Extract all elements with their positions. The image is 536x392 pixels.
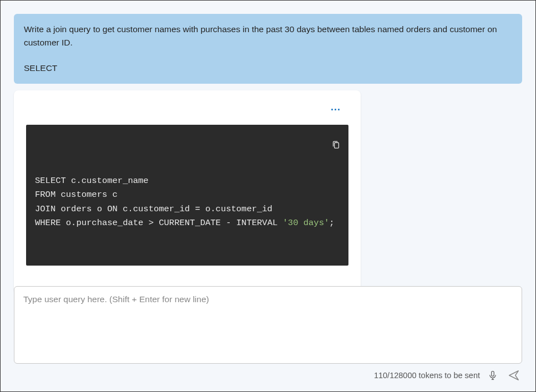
send-icon <box>508 369 520 381</box>
copy-icon <box>331 140 341 150</box>
code-token: - <box>226 218 231 228</box>
microphone-icon <box>488 370 498 381</box>
code-token: customers c <box>55 190 118 200</box>
code-token: c.customer_id <box>118 204 195 214</box>
code-token: JOIN <box>35 204 55 214</box>
code-token: WHERE <box>35 218 61 228</box>
more-options-button[interactable]: ··· <box>326 103 345 117</box>
card-header: ··· <box>26 103 348 125</box>
user-message: Write a join query to get customer names… <box>14 14 522 84</box>
svg-rect-0 <box>335 142 339 148</box>
assistant-response-card: ··· SELECT c.customer_name FROM customer… <box>14 90 361 293</box>
code-token: ; <box>329 218 334 228</box>
code-token: = <box>195 204 200 214</box>
sql-code-block: SELECT c.customer_name FROM customers c … <box>26 125 348 266</box>
user-prompt-suffix: SELECT <box>24 62 512 75</box>
copy-code-button[interactable] <box>312 129 343 162</box>
code-token: SELECT <box>35 176 66 186</box>
microphone-button[interactable] <box>486 368 500 383</box>
code-token: FROM <box>35 190 55 200</box>
query-input[interactable] <box>14 286 522 364</box>
send-button[interactable] <box>505 367 522 384</box>
code-content: SELECT c.customer_name FROM customers c … <box>35 174 340 230</box>
chat-container: Write a join query to get customer names… <box>1 1 535 391</box>
code-token: '30 days' <box>283 218 330 228</box>
code-token: INTERVAL <box>231 218 283 228</box>
footer-row: 110/128000 tokens to be sent <box>14 367 522 384</box>
more-icon: ··· <box>331 104 341 115</box>
svg-rect-1 <box>492 371 494 376</box>
code-token: c.customer_name <box>66 176 149 186</box>
code-token: > <box>149 218 154 228</box>
user-prompt-text: Write a join query to get customer names… <box>24 23 512 49</box>
code-token: o.customer_id <box>200 204 272 214</box>
code-token: CURRENT_DATE <box>154 218 226 228</box>
code-token: ON <box>107 204 118 214</box>
input-area <box>14 286 522 366</box>
code-token: o.purchase_date <box>61 218 149 228</box>
code-token: orders o <box>55 204 107 214</box>
token-status: 110/128000 tokens to be sent <box>374 371 480 380</box>
